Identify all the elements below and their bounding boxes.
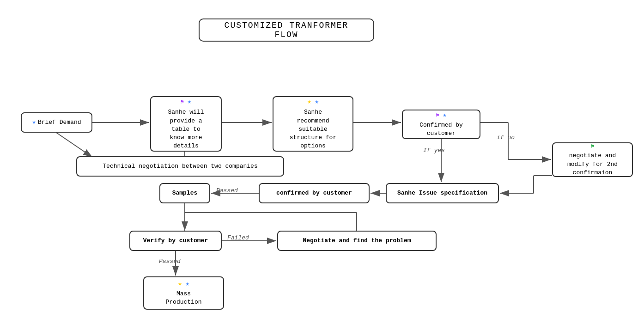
star-blue-icon: ★: [32, 118, 36, 127]
technical-negotiation-label: Technical negotiation between two compan…: [103, 162, 257, 171]
star-yellow-icon1: ★: [307, 98, 311, 105]
mass-production-node: ★ ★ Mass Production: [143, 276, 224, 310]
technical-negotiation-node: Technical negotiation between two compan…: [76, 156, 284, 177]
brief-demand-icons: ★: [32, 118, 36, 127]
confirmed-customer2-label: confirmed by customer: [276, 189, 352, 197]
negotiate-find-problem-node: Negotiate and find the problem: [277, 231, 437, 251]
verify-customer-node: Verify by customer: [129, 231, 222, 251]
passed-label2: Passed: [159, 258, 181, 265]
if-no-label: if no: [497, 134, 515, 141]
failed-label: Failed: [227, 234, 249, 241]
negotiate-2nd-label: negotiate and modify for 2nd confirmaion: [567, 152, 618, 177]
flag-purple-icon1: ⚑: [181, 99, 184, 105]
sanhe-issue-spec-node: Sanhe Issue specification: [386, 183, 499, 203]
title-node: CUSTOMIZED TRANFORMER FLOW: [199, 18, 374, 42]
negotiate-find-problem-label: Negotiate and find the problem: [303, 237, 411, 245]
recommend-structure-node: ★ ★ Sanhe recommend suitable structure f…: [273, 96, 353, 152]
recommend-structure-label: Sanhe recommend suitable structure for o…: [290, 108, 336, 150]
flag-green-icon1: ⚑: [591, 143, 594, 150]
star-blue-icon3: ★: [315, 98, 318, 105]
svg-line-11: [56, 133, 92, 157]
negotiate-2nd-node: ⚑ negotiate and modify for 2nd confirmai…: [552, 142, 633, 177]
brief-demand-node: ★ Brief Demand: [21, 112, 92, 133]
if-yes-label: If yes: [423, 147, 445, 154]
confirmed-customer2-node: confirmed by customer: [259, 183, 370, 203]
samples-node: Samples: [159, 183, 210, 203]
star-blue-icon4: ★: [443, 111, 446, 119]
star-blue-icon2: ★: [188, 98, 191, 105]
brief-demand-label: Brief Demand: [38, 118, 81, 127]
samples-label: Samples: [172, 189, 198, 197]
passed-label1: Passed: [216, 187, 238, 194]
verify-customer-label: Verify by customer: [143, 237, 208, 245]
star-blue-icon5: ★: [185, 280, 189, 287]
provide-table-node: ⚑ ★ Sanhe will provide a table to know m…: [150, 96, 222, 152]
provide-table-label: Sanhe will provide a table to know more …: [168, 108, 204, 150]
confirmed-customer-label: Confirmed by customer: [419, 121, 463, 138]
confirmed-customer-node: ⚑ ★ Confirmed by customer: [402, 110, 480, 139]
star-yellow-icon2: ★: [178, 280, 182, 287]
flag-purple-icon2: ⚑: [436, 112, 439, 119]
diagram-container: CUSTOMIZED TRANFORMER FLOW ★ Brief Deman…: [0, 0, 644, 318]
mass-production-label: Mass Production: [165, 290, 201, 306]
sanhe-issue-spec-label: Sanhe Issue specification: [397, 189, 487, 197]
title-text: CUSTOMIZED TRANFORMER FLOW: [213, 21, 359, 39]
